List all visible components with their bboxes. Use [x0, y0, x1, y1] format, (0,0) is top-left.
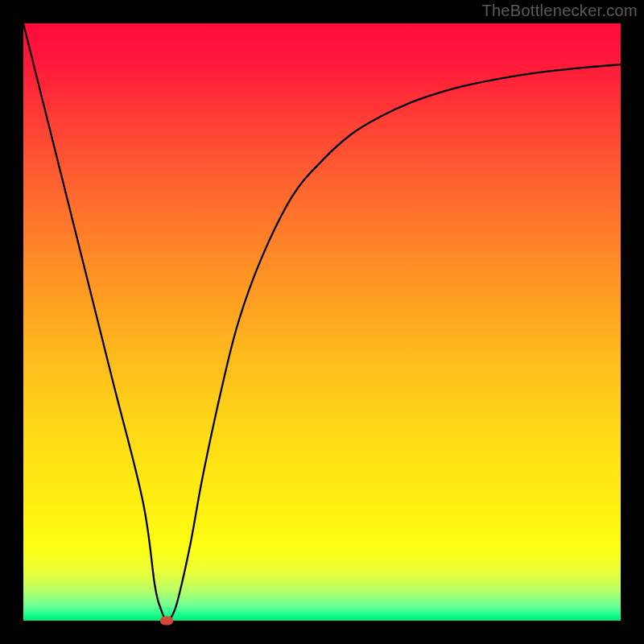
bottleneck-curve-path	[23, 23, 621, 621]
chart-frame: TheBottlenecker.com	[0, 0, 644, 644]
optimum-marker	[160, 617, 173, 625]
watermark-text: TheBottlenecker.com	[481, 2, 638, 20]
curve-svg	[23, 23, 621, 621]
plot-area	[23, 23, 621, 621]
